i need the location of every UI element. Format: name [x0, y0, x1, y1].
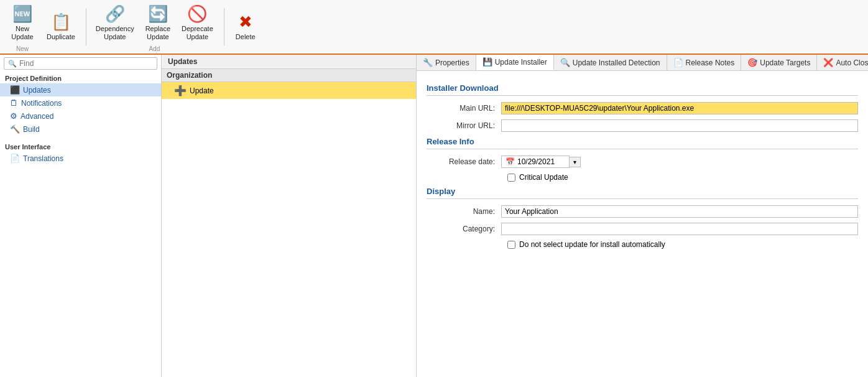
tab-update-installed-detection[interactable]: 🔍 Update Installed Detection [554, 55, 667, 70]
new-update-button[interactable]: 🆕 New Update [5, 1, 40, 44]
search-input[interactable] [19, 59, 153, 68]
build-icon: 🔨 [10, 124, 20, 134]
category-input[interactable] [501, 223, 858, 235]
sidebar-item-translations[interactable]: 📄 Translations [0, 152, 161, 165]
new-update-label: New Update [11, 25, 33, 41]
tab-update-installer-label: Update Installer [495, 58, 547, 67]
left-panel: 🔍 Project Definition ⬛ Updates 🗒 Notific… [0, 55, 162, 377]
name-input[interactable] [501, 205, 858, 218]
sidebar-item-notifications[interactable]: 🗒 Notifications [0, 96, 161, 109]
no-auto-select-checkbox[interactable] [507, 241, 515, 249]
duplicate-group: 📋 Duplicate [41, 9, 81, 44]
deprecate-update-button[interactable]: 🚫 Deprecate Update [176, 1, 219, 44]
main-url-label: Main URL: [427, 104, 501, 113]
critical-update-row: Critical Update [507, 173, 858, 182]
tree-item-label: Update [190, 86, 214, 95]
sidebar-item-advanced[interactable]: ⚙ Advanced [0, 109, 161, 123]
sidebar-item-translations-label: Translations [23, 154, 63, 163]
tab-release-notes-label: Release Notes [686, 58, 735, 67]
sidebar-item-updates[interactable]: ⬛ Updates [0, 83, 161, 96]
project-definition-label: Project Definition [0, 72, 161, 83]
display-header: Display [427, 187, 858, 199]
dependency-update-icon: 🔗 [105, 4, 125, 24]
deprecate-update-icon: 🚫 [187, 4, 207, 24]
tabs-bar: 🔧 Properties 💾 Update Installer 🔍 Update… [417, 55, 868, 71]
tab-update-installer-icon: 💾 [482, 57, 492, 67]
sidebar-item-advanced-label: Advanced [21, 112, 53, 121]
mirror-url-input[interactable] [501, 119, 858, 132]
date-wrapper: 📅 10/29/2021 ▾ [501, 156, 581, 168]
no-auto-select-row: Do not select update for install automat… [507, 240, 858, 249]
add-group-label: Add [149, 45, 160, 52]
date-field[interactable]: 📅 10/29/2021 [501, 156, 570, 168]
tab-update-installed-detection-label: Update Installed Detection [573, 58, 660, 67]
date-dropdown-button[interactable]: ▾ [570, 157, 581, 167]
tab-auto-close-applications[interactable]: ❌ Auto Close Applications [817, 55, 868, 70]
mirror-url-row: Mirror URL: [427, 119, 858, 132]
duplicate-button[interactable]: 📋 Duplicate [41, 9, 81, 44]
release-date-row: Release date: 📅 10/29/2021 ▾ [427, 156, 858, 168]
tab-update-targets[interactable]: 🎯 Update Targets [741, 55, 817, 70]
main-url-row: Main URL: [427, 102, 858, 114]
sidebar-item-build-label: Build [23, 125, 40, 134]
name-label: Name: [427, 207, 501, 216]
new-group-label: New [16, 45, 29, 52]
translations-icon: 📄 [10, 154, 20, 163]
main-url-input[interactable] [501, 102, 858, 114]
delete-button[interactable]: ✖ Delete [228, 9, 263, 44]
updates-panel: Updates Organization ➕ Update [162, 55, 417, 377]
updates-title: Updates [162, 55, 416, 69]
new-group: 🆕 New Update New [5, 1, 40, 52]
delete-icon: ✖ [239, 12, 252, 32]
replace-update-icon: 🔄 [148, 4, 168, 24]
tab-release-notes[interactable]: 📄 Release Notes [667, 55, 742, 70]
mirror-url-label: Mirror URL: [427, 121, 501, 130]
updates-icon: ⬛ [10, 85, 20, 95]
delete-label: Delete [236, 33, 256, 41]
toolbar: 🆕 New Update New 📋 Duplicate 🔗 Dependenc… [0, 0, 868, 55]
search-icon: 🔍 [8, 60, 17, 68]
search-box[interactable]: 🔍 [4, 57, 157, 70]
toolbar-divider-2 [224, 8, 224, 45]
content-area: Installer Download Main URL: Mirror URL:… [417, 71, 868, 377]
tab-release-notes-icon: 📄 [673, 58, 683, 67]
toolbar-divider-1 [86, 8, 86, 45]
tree-item-icon: ➕ [174, 85, 187, 96]
critical-update-checkbox[interactable] [507, 174, 515, 182]
release-date-value: 10/29/2021 [517, 157, 555, 166]
advanced-icon: ⚙ [10, 111, 17, 121]
calendar-icon: 📅 [506, 157, 515, 166]
tab-update-targets-label: Update Targets [760, 58, 810, 67]
tab-update-targets-icon: 🎯 [747, 58, 757, 67]
new-update-icon: 🆕 [12, 4, 32, 24]
deprecate-update-label: Deprecate Update [182, 25, 213, 41]
sidebar-item-build[interactable]: 🔨 Build [0, 123, 161, 136]
replace-update-button[interactable]: 🔄 Replace Update [140, 1, 176, 44]
name-row: Name: [427, 205, 858, 218]
tab-auto-close-label: Auto Close Applications [836, 58, 868, 67]
user-interface-label: User Interface [0, 141, 161, 152]
release-info-header: Release Info [427, 137, 858, 149]
delete-group: ✖ Delete [228, 9, 263, 44]
dependency-update-button[interactable]: 🔗 Dependency Update [90, 1, 140, 44]
category-label: Category: [427, 225, 501, 233]
tab-properties[interactable]: 🔧 Properties [417, 55, 476, 70]
sidebar-item-updates-label: Updates [23, 86, 51, 95]
duplicate-icon: 📋 [51, 12, 71, 32]
main-layout: 🔍 Project Definition ⬛ Updates 🗒 Notific… [0, 55, 868, 377]
tab-auto-close-icon: ❌ [823, 58, 833, 67]
tree-item-update[interactable]: ➕ Update [162, 82, 416, 99]
no-auto-select-label: Do not select update for install automat… [519, 240, 665, 249]
replace-update-label: Replace Update [145, 25, 170, 41]
category-row: Category: [427, 223, 858, 235]
tab-update-installer[interactable]: 💾 Update Installer [476, 55, 554, 70]
installer-download-header: Installer Download [427, 83, 858, 96]
critical-update-label: Critical Update [519, 173, 568, 182]
add-group: 🔗 Dependency Update 🔄 Replace Update 🚫 D… [90, 1, 219, 52]
tab-properties-label: Properties [435, 58, 469, 67]
notifications-icon: 🗒 [10, 98, 18, 108]
dependency-update-label: Dependency Update [96, 25, 134, 41]
add-buttons: 🔗 Dependency Update 🔄 Replace Update 🚫 D… [90, 1, 219, 44]
duplicate-label: Duplicate [47, 33, 75, 41]
sidebar-item-notifications-label: Notifications [21, 99, 62, 108]
